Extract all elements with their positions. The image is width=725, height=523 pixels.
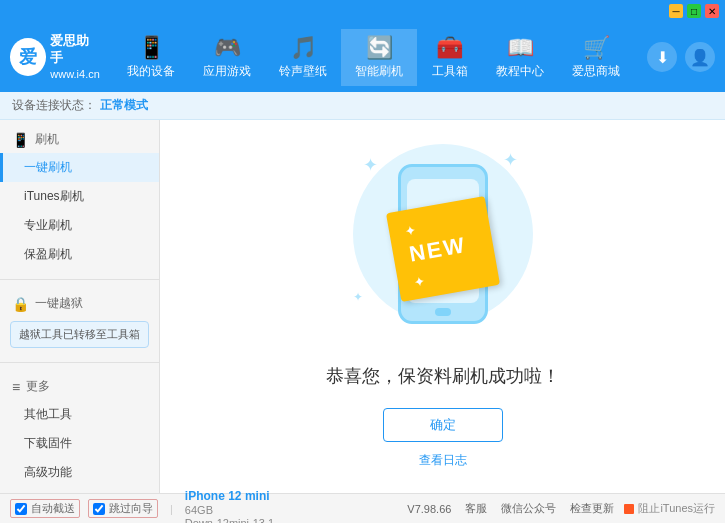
nav-app-game[interactable]: 🎮 应用游戏: [189, 29, 265, 86]
device-model: Down-12mini-13.1: [185, 517, 274, 524]
sidebar-item-other-tools[interactable]: 其他工具: [0, 400, 159, 429]
app-game-label: 应用游戏: [203, 63, 251, 80]
device-storage: 64GB: [185, 504, 274, 516]
minimize-button[interactable]: ─: [669, 4, 683, 18]
user-button[interactable]: 👤: [685, 42, 715, 72]
maximize-button[interactable]: □: [687, 4, 701, 18]
jailbreak-section-label: 一键越狱: [35, 295, 83, 312]
nav-ringtone[interactable]: 🎵 铃声壁纸: [265, 29, 341, 86]
auto-send-label: 自动截送: [31, 501, 75, 516]
logo-circle: 爱: [10, 38, 46, 76]
sidebar-section-flash-title[interactable]: 📱 刷机: [0, 126, 159, 153]
app-game-icon: 🎮: [214, 35, 241, 61]
sidebar-jailbreak-notice: 越狱工具已转移至工具箱: [10, 321, 149, 348]
sidebar-divider-2: [0, 362, 159, 363]
auto-send-checkbox-area[interactable]: 自动截送: [10, 499, 80, 518]
success-illustration: ✦ ✦ ✦ NEW: [343, 144, 543, 344]
status-bar: 设备连接状态： 正常模式: [0, 92, 725, 120]
title-bar: ─ □ ✕: [0, 0, 725, 22]
sidebar-item-save-flash[interactable]: 保盈刷机: [0, 240, 159, 269]
customer-service-link[interactable]: 客服: [465, 501, 487, 516]
jailbreak-section-icon: 🔒: [12, 296, 29, 312]
logo-text: 爱思助手 www.i4.cn: [50, 33, 100, 81]
view-log-link[interactable]: 查看日志: [419, 452, 467, 469]
header-actions: ⬇ 👤: [647, 42, 715, 72]
ringtone-icon: 🎵: [290, 35, 317, 61]
sidebar-item-pro-flash[interactable]: 专业刷机: [0, 211, 159, 240]
logo-icon: 爱: [19, 45, 37, 69]
shop-icon: 🛒: [583, 35, 610, 61]
nav-tutorial[interactable]: 📖 教程中心: [482, 29, 558, 86]
bottom-right: V7.98.66 客服 微信公众号 检查更新: [407, 501, 614, 516]
tutorial-label: 教程中心: [496, 63, 544, 80]
device-info: iPhone 12 mini 64GB Down-12mini-13.1: [185, 489, 274, 524]
more-section-label: 更多: [26, 378, 50, 395]
phone-home-button: [435, 308, 451, 316]
sparkle-icon-3: ✦: [353, 290, 363, 304]
download-button[interactable]: ⬇: [647, 42, 677, 72]
my-device-label: 我的设备: [127, 63, 175, 80]
sparkle-icon-1: ✦: [363, 154, 378, 176]
device-name: iPhone 12 mini: [185, 489, 274, 503]
smart-flash-label: 智能刷机: [355, 63, 403, 80]
more-section-icon: ≡: [12, 379, 20, 395]
main-layout: 📱 刷机 一键刷机 iTunes刷机 专业刷机 保盈刷机 🔒 一键越狱 越狱工具…: [0, 120, 725, 493]
sidebar-divider-1: [0, 279, 159, 280]
sidebar-section-flash: 📱 刷机 一键刷机 iTunes刷机 专业刷机 保盈刷机: [0, 120, 159, 275]
nav-toolbox[interactable]: 🧰 工具箱: [417, 29, 482, 86]
smart-flash-icon: 🔄: [366, 35, 393, 61]
app-name: 爱思助手: [50, 33, 100, 67]
itunes-status: 阻止iTunes运行: [624, 501, 715, 516]
status-value: 正常模式: [100, 97, 148, 114]
tutorial-icon: 📖: [507, 35, 534, 61]
toolbox-icon: 🧰: [436, 35, 463, 61]
bottom-left: 自动截送 跳过向导 | iPhone 12 mini 64GB Down-12m…: [10, 489, 407, 524]
auto-send-checkbox[interactable]: [15, 503, 27, 515]
bottom-bar: 自动截送 跳过向导 | iPhone 12 mini 64GB Down-12m…: [0, 493, 725, 523]
close-button[interactable]: ✕: [705, 4, 719, 18]
sidebar-item-download-firmware[interactable]: 下载固件: [0, 429, 159, 458]
sidebar: 📱 刷机 一键刷机 iTunes刷机 专业刷机 保盈刷机 🔒 一键越狱 越狱工具…: [0, 120, 160, 493]
status-label: 设备连接状态：: [12, 97, 96, 114]
app-version: V7.98.66: [407, 503, 451, 515]
header: 爱 爱思助手 www.i4.cn 📱 我的设备 🎮 应用游戏 🎵 铃声壁纸 🔄 …: [0, 22, 725, 92]
nav-items: 📱 我的设备 🎮 应用游戏 🎵 铃声壁纸 🔄 智能刷机 🧰 工具箱 📖 教程中心…: [100, 29, 647, 86]
shop-label: 爱思商城: [572, 63, 620, 80]
flash-section-label: 刷机: [35, 131, 59, 148]
ringtone-label: 铃声壁纸: [279, 63, 327, 80]
my-device-icon: 📱: [138, 35, 165, 61]
sidebar-item-itunes-flash[interactable]: iTunes刷机: [0, 182, 159, 211]
itunes-status-label: 阻止iTunes运行: [638, 501, 715, 516]
logo-area: 爱 爱思助手 www.i4.cn: [10, 33, 100, 81]
stop-itunes-icon: [624, 504, 634, 514]
skip-wizard-checkbox-area[interactable]: 跳过向导: [88, 499, 158, 518]
check-update-link[interactable]: 检查更新: [570, 501, 614, 516]
skip-wizard-label: 跳过向导: [109, 501, 153, 516]
confirm-button[interactable]: 确定: [383, 408, 503, 442]
content-area: ✦ ✦ ✦ NEW 恭喜您，保资料刷机成功啦！ 确定 查看日志: [160, 120, 725, 493]
sidebar-section-more: ≡ 更多 其他工具 下载固件 高级功能: [0, 367, 159, 493]
toolbox-label: 工具箱: [432, 63, 468, 80]
success-message: 恭喜您，保资料刷机成功啦！: [326, 364, 560, 388]
new-banner: NEW: [385, 196, 499, 302]
sidebar-item-one-key-flash[interactable]: 一键刷机: [0, 153, 159, 182]
sidebar-section-jailbreak-title[interactable]: 🔒 一键越狱: [0, 290, 159, 317]
skip-wizard-checkbox[interactable]: [93, 503, 105, 515]
sidebar-item-advanced[interactable]: 高级功能: [0, 458, 159, 487]
nav-shop[interactable]: 🛒 爱思商城: [558, 29, 634, 86]
app-url: www.i4.cn: [50, 67, 100, 81]
flash-section-icon: 📱: [12, 132, 29, 148]
sparkle-icon-2: ✦: [503, 149, 518, 171]
nav-my-device[interactable]: 📱 我的设备: [113, 29, 189, 86]
wechat-public-link[interactable]: 微信公众号: [501, 501, 556, 516]
nav-smart-flash[interactable]: 🔄 智能刷机: [341, 29, 417, 86]
sidebar-section-more-title[interactable]: ≡ 更多: [0, 373, 159, 400]
sidebar-section-jailbreak: 🔒 一键越狱 越狱工具已转移至工具箱: [0, 284, 159, 358]
